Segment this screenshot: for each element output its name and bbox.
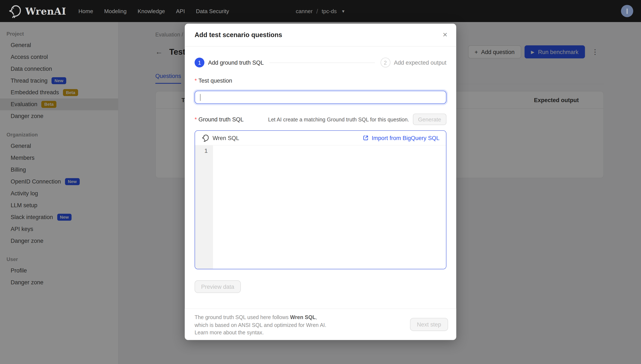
add-test-scenario-modal: Add test scenario questions ✕ 1 Add grou… [185,24,456,340]
wren-logo-icon [8,4,22,18]
nav-links: Home Modeling Knowledge API Data Securit… [79,8,229,14]
wren-sql-bold: Wren SQL [290,314,316,320]
brand[interactable]: WrenAI [8,4,66,18]
modal-footer: The ground truth SQL used here follows W… [185,308,456,340]
sql-dialect-label: Wren SQL [213,134,239,141]
screen: WrenAI Home Modeling Knowledge API Data … [0,0,641,364]
top-nav: WrenAI Home Modeling Knowledge API Data … [0,0,641,22]
ai-hint-text: Let AI create a matching Ground truth SQ… [268,116,409,122]
steps-indicator: 1 Add ground truth SQL 2 Add expected ou… [195,58,446,68]
workspace-project: tpc-ds [322,8,337,14]
code-input-area[interactable] [213,146,446,269]
ground-truth-sql-label: Ground truth SQL [195,116,244,123]
learn-more-link[interactable]: Learn more about the syntax. [195,329,264,336]
workspace-org: canner [296,8,313,14]
step-2-circle: 2 [380,58,390,68]
step-connector [269,62,375,63]
close-icon[interactable]: ✕ [443,31,448,38]
nav-link-knowledge[interactable]: Knowledge [138,8,165,14]
wren-sql-icon [202,134,209,142]
import-bigquery-link[interactable]: Import from BigQuery SQL [363,134,439,141]
nav-link-api[interactable]: API [176,8,185,14]
step-2-label: Add expected output [394,59,446,66]
nav-link-modeling[interactable]: Modeling [104,8,127,14]
nav-link-data-security[interactable]: Data Security [196,8,229,14]
line-number: 1 [204,148,208,154]
generate-button[interactable]: Generate [413,114,446,125]
text-caret [200,94,201,101]
line-number-gutter: 1 [195,146,213,269]
sql-editor: Wren SQL Import from BigQuery SQL 1 [195,130,446,269]
nav-link-home[interactable]: Home [79,8,93,14]
modal-body: 1 Add ground truth SQL 2 Add expected ou… [185,46,456,303]
modal-title: Add test scenario questions [195,31,282,39]
workspace-switcher[interactable]: canner / tpc-ds ▼ [296,8,345,14]
workspace-separator: / [316,8,318,14]
test-question-input[interactable] [195,91,446,104]
step-1-label: Add ground truth SQL [208,59,264,66]
step-1-circle: 1 [195,58,204,68]
brand-name: WrenAI [26,6,66,16]
next-step-button[interactable]: Next step [410,318,448,331]
sql-editor-area[interactable]: 1 [195,146,446,269]
required-asterisk [195,77,197,84]
footer-note: The ground truth SQL used here follows W… [195,314,446,336]
preview-data-button[interactable]: Preview data [195,280,241,293]
required-asterisk [195,116,197,123]
test-question-label: Test question [195,77,446,86]
modal-header: Add test scenario questions ✕ [185,24,456,46]
avatar[interactable] [621,5,633,17]
sql-editor-header: Wren SQL Import from BigQuery SQL [195,131,446,145]
avatar-glyph [626,8,627,14]
import-icon [363,135,369,141]
ground-truth-sql-row: Ground truth SQL Let AI create a matchin… [195,114,446,125]
chevron-down-icon: ▼ [341,9,345,13]
